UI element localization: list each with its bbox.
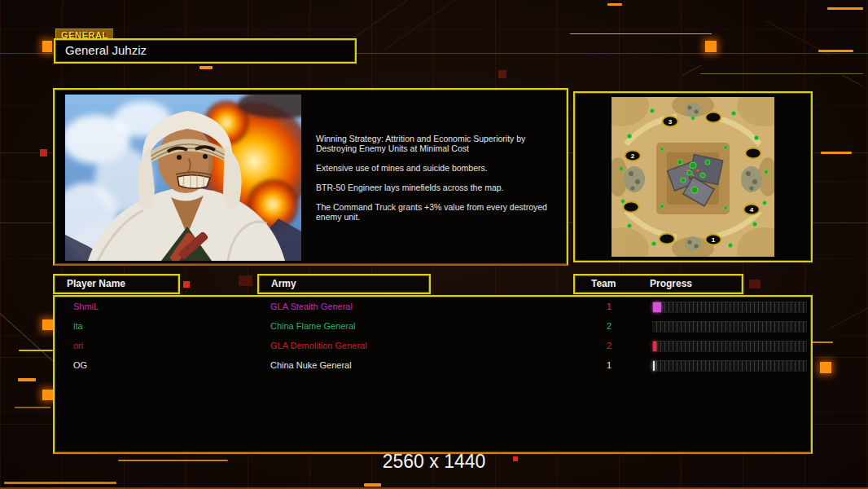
minimap-panel: 3241: [573, 91, 813, 262]
circuit-dash: [199, 66, 213, 69]
player-name: OG: [73, 357, 87, 373]
header-army-label: Army: [271, 278, 296, 289]
table-row: OG China Nuke General 1: [55, 357, 811, 375]
progress-bar-fill: [653, 361, 655, 371]
player-name: ori: [73, 337, 83, 354]
circuit-dash: [821, 152, 852, 154]
svg-text:4: 4: [750, 206, 754, 214]
circuit-dash: [15, 407, 50, 408]
table-row: ori GLA Demolition General 2: [55, 337, 811, 355]
circuit-dash: [19, 350, 53, 351]
svg-text:1: 1: [712, 236, 716, 244]
progress-bar: [651, 359, 808, 372]
circuit-dash: [700, 73, 863, 74]
table-row: ita China Flame General 2: [55, 318, 811, 336]
circuit-dash: [4, 482, 116, 484]
general-info-panel: Winning Strategy: Attrition and Economic…: [53, 88, 568, 266]
header-army: Army: [257, 274, 431, 294]
header-player-name-label: Player Name: [67, 278, 125, 289]
player-name: ShmiL: [73, 298, 99, 315]
resolution-label: 2560 x 1440: [0, 451, 868, 473]
strategy-text: Winning Strategy: Attrition and Economic…: [316, 134, 567, 231]
general-portrait: [65, 95, 301, 261]
strategy-paragraph: The Command Truck grants +3% value from …: [316, 202, 567, 222]
circuit-dash: [18, 378, 36, 381]
red-square: [183, 281, 190, 288]
glow-square: [42, 319, 53, 330]
player-team: 2: [600, 318, 618, 334]
progress-bar-fill: [653, 302, 661, 312]
red-square: [40, 149, 47, 156]
player-army: GLA Stealth General: [270, 298, 353, 315]
svg-text:2: 2: [631, 152, 635, 160]
table-row: ShmiL GLA Stealth General 1: [55, 298, 811, 316]
header-progress-label: Progress: [650, 278, 692, 289]
header-team-progress: Team Progress: [573, 274, 743, 294]
circuit-dash: [607, 3, 622, 6]
circuit-diagonal: [765, 20, 831, 55]
player-army: China Nuke General: [270, 357, 352, 373]
glow-square: [705, 41, 717, 52]
circuit-diagonal: [843, 75, 861, 86]
glow-square: [42, 390, 53, 400]
circuit-diagonal: [682, 65, 701, 76]
progress-bar: [651, 320, 808, 333]
strategy-paragraph: Winning Strategy: Attrition and Economic…: [316, 134, 567, 153]
progress-bar: [651, 340, 808, 353]
red-square: [498, 70, 506, 78]
header-player-name: Player Name: [53, 274, 180, 294]
glow-square: [820, 362, 831, 373]
progress-bar-fill: [653, 341, 656, 351]
strategy-paragraph: BTR-50 Engineer lays minefields across t…: [316, 183, 567, 192]
portrait-art: [65, 95, 301, 261]
red-square: [749, 280, 761, 289]
player-army: GLA Demolition General: [270, 337, 367, 354]
circuit-dash: [364, 483, 381, 487]
general-name-box: General Juhziz: [54, 38, 357, 64]
player-team: 1: [600, 357, 618, 373]
general-name: General Juhziz: [65, 43, 147, 57]
header-team-label: Team: [591, 278, 616, 289]
svg-text:3: 3: [669, 118, 673, 126]
player-army: China Flame General: [270, 318, 356, 334]
player-rows: ShmiL GLA Stealth General 1 ita China Fl…: [55, 297, 811, 452]
player-team: 2: [600, 337, 618, 354]
player-name: ita: [73, 318, 83, 334]
progress-bar: [651, 301, 808, 314]
red-square: [239, 275, 252, 286]
loading-screen: GENERAL General Juhziz: [0, 0, 868, 489]
circuit-dash: [827, 7, 863, 10]
strategy-paragraph: Extensive use of mines and suicide bombe…: [316, 163, 567, 173]
glow-square: [42, 41, 52, 52]
circuit-diagonal: [831, 306, 868, 328]
minimap: 3241: [612, 97, 774, 257]
players-table: ShmiL GLA Stealth General 1 ita China Fl…: [53, 295, 813, 454]
circuit-dash: [570, 33, 712, 34]
player-team: 1: [600, 298, 618, 315]
